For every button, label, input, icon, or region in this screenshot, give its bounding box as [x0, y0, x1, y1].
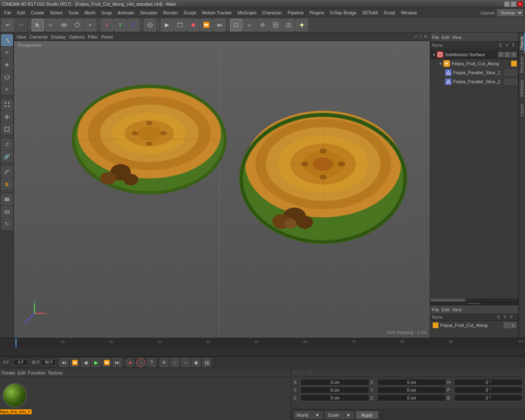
menu-window[interactable]: Window [398, 9, 419, 16]
mat-menu-texture[interactable]: Texture [48, 370, 62, 375]
menu-create[interactable]: Create [28, 9, 47, 16]
axis-y-button[interactable]: Y [114, 19, 126, 31]
badge-f[interactable]: F [511, 52, 517, 57]
obj-item-feijoa[interactable]: ▼ Feijoa_Fruit_Cut_Along [437, 59, 518, 68]
menu-script[interactable]: Script [381, 9, 397, 16]
tab-layers[interactable]: Layers [519, 100, 525, 119]
viewport-canvas[interactable]: X Y Z Grid Spacing : 1 cm [14, 41, 430, 338]
undo-button[interactable]: ↩ [2, 19, 14, 31]
light-button[interactable] [296, 19, 308, 31]
badge-s[interactable]: S [498, 52, 504, 57]
obj-menu-view[interactable]: View [452, 35, 462, 40]
slice2-badge2[interactable] [511, 79, 517, 84]
slice1-badge1[interactable] [504, 70, 510, 75]
mat-menu-create[interactable]: Create [2, 370, 15, 375]
panel-divider[interactable] [430, 302, 518, 305]
slice2-badge1[interactable] [504, 79, 510, 84]
h-input[interactable] [454, 379, 523, 386]
b-input[interactable] [454, 395, 523, 401]
tool-rotate[interactable] [1, 71, 13, 83]
tool-scale[interactable] [1, 59, 13, 71]
tool-plus[interactable]: + [1, 84, 13, 95]
keyframe-help-button[interactable]: ? [147, 358, 156, 367]
material-ball[interactable] [2, 383, 27, 408]
menu-pipeline[interactable]: Pipeline [285, 9, 306, 16]
tool-cycle[interactable]: ↻ [1, 218, 13, 230]
mat-menu-function[interactable]: Function [28, 370, 45, 375]
tool-hook[interactable]: 🔗 [1, 151, 13, 162]
obj-item-subdivision[interactable]: ▼ Subdivision Surface S V F [430, 50, 518, 59]
tool-move[interactable] [1, 34, 13, 46]
viewport-menu-view[interactable]: View [16, 34, 26, 39]
layout-dropdown[interactable]: Startup [497, 9, 523, 16]
viewport-maximize-icon[interactable]: □ [419, 34, 422, 39]
p-input[interactable] [454, 387, 523, 393]
record-button[interactable]: ● [126, 358, 135, 367]
next-frame-button[interactable]: ⏩ [102, 358, 111, 367]
layer-item-feijoa[interactable]: Feijoa_Fruit_Cut_Along ✕ [430, 321, 518, 330]
go-start-button[interactable]: ⏮ [59, 358, 68, 367]
frame-input[interactable] [14, 359, 28, 365]
paint-button[interactable] [243, 19, 256, 31]
viewport-menu-cameras[interactable]: Cameras [30, 34, 48, 39]
menu-select[interactable]: Select [48, 9, 65, 16]
z-pos-input[interactable] [301, 395, 369, 401]
material-item[interactable]: feijoa_fruit_Geo_3 [2, 383, 27, 408]
tab-structure[interactable]: Structure [519, 53, 525, 77]
obj-item-slice2[interactable]: Feijoa_Parallel_Slice_2 [443, 77, 518, 86]
menu-snap[interactable]: Snap [99, 9, 114, 16]
prev-key-button[interactable]: ⏪ [70, 358, 79, 367]
menu-character[interactable]: Character [260, 9, 284, 16]
scale-dropdown[interactable]: Scale ▼ [325, 411, 354, 419]
viewport-close-icon[interactable]: ✕ [424, 34, 427, 39]
world-dropdown[interactable]: World ▼ [294, 411, 322, 419]
anim-button[interactable] [174, 19, 186, 31]
obj-item-slice1[interactable]: Feijoa_Parallel_Slice_1 [443, 68, 518, 77]
anim4-button[interactable]: ⏭ [213, 19, 226, 31]
viewport[interactable]: View Cameras Display Options Filter Pane… [14, 33, 430, 338]
timeline-numbers[interactable]: 0 10 20 30 40 50 60 70 80 90 0 F [14, 338, 525, 347]
layers-menu-view[interactable]: View [452, 307, 462, 312]
key-mode-button[interactable]: ◉ [192, 358, 201, 367]
tool-stack[interactable] [1, 206, 13, 217]
z-rot-input[interactable] [377, 395, 446, 401]
y-rot-input[interactable] [377, 387, 446, 393]
layers-menu-file[interactable]: File [432, 307, 439, 312]
tool-layers[interactable] [1, 194, 13, 205]
anim3-button[interactable]: ⏩ [200, 19, 212, 31]
coord-world-button[interactable] [144, 19, 156, 31]
axis-x-button[interactable]: X [101, 19, 113, 31]
snap-button[interactable] [256, 19, 269, 31]
select-button[interactable] [32, 19, 44, 31]
tab-attributes[interactable]: Attributes [519, 76, 525, 100]
tool-edges[interactable] [1, 111, 13, 123]
transform-button[interactable]: + [84, 19, 96, 31]
key-select-button[interactable]: ○ [181, 358, 190, 367]
layers-menu-edit[interactable]: Edit [442, 307, 450, 312]
end-frame-input[interactable] [41, 359, 56, 365]
add-key-button[interactable]: ✛ [160, 358, 169, 367]
layer-del-btn[interactable]: ✕ [510, 322, 516, 328]
menu-edit[interactable]: Edit [15, 9, 27, 16]
rotate-button[interactable] [71, 19, 83, 31]
tool-sculpt[interactable] [1, 166, 13, 178]
viewport-menu-panel[interactable]: Panel [101, 34, 113, 39]
menu-file[interactable]: File [2, 9, 14, 16]
viewport-menu-display[interactable]: Display [51, 34, 66, 39]
maximize-button[interactable]: □ [511, 1, 516, 7]
obj-menu-file[interactable]: File [432, 35, 439, 40]
badge-v[interactable]: V [504, 52, 510, 57]
mat-menu-edit[interactable]: Edit [18, 370, 25, 375]
tool-move2[interactable]: ✛ [1, 47, 13, 58]
persp-button[interactable] [230, 19, 242, 31]
menu-plugins[interactable]: Plugins [307, 9, 326, 16]
tab-objects[interactable]: Objects [519, 33, 525, 53]
menu-mograph[interactable]: MoGraph [235, 9, 259, 16]
y-pos-input[interactable] [301, 387, 369, 393]
viewport-menu-options[interactable]: Options [69, 34, 84, 39]
minimize-button[interactable]: ─ [504, 1, 510, 7]
menu-render[interactable]: Render [161, 9, 180, 16]
tool-points[interactable] [1, 99, 13, 110]
slice1-badge2[interactable] [511, 70, 517, 75]
move-button[interactable]: ✛ [45, 19, 57, 31]
